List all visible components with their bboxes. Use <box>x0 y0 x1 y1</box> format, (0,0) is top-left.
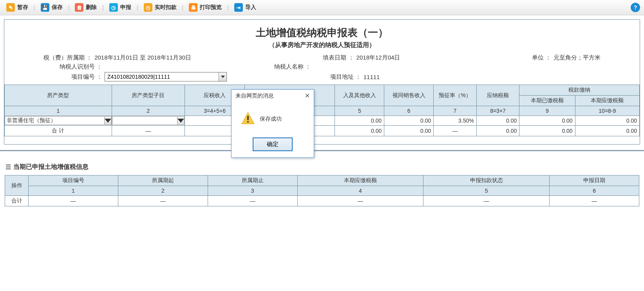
cell-c5[interactable]: 0.00 <box>335 116 384 126</box>
dialog-title: 来自网页的消息 <box>235 92 274 99</box>
print-button[interactable]: 🖶 打印预览 <box>186 2 224 13</box>
import-button[interactable]: ⇥ 导入 <box>232 2 259 13</box>
dialog-body: 保存成功 <box>232 102 314 134</box>
total-c8: 0.00 <box>476 126 519 136</box>
stash-label: 暂存 <box>17 4 28 11</box>
save-label: 保存 <box>52 4 63 11</box>
separator: | <box>182 4 184 11</box>
total-label: 合 计 <box>5 126 112 136</box>
separator: | <box>102 4 104 11</box>
total-dash-2: — <box>112 126 185 136</box>
s2-th-c6: 申报日期 <box>550 175 639 186</box>
s2-th-c4: 本期应缴税额 <box>297 175 423 186</box>
s2-total-dash2: — <box>118 196 208 206</box>
total-c10: 0.00 <box>575 126 639 136</box>
num-c6: 6 <box>384 106 434 116</box>
cell-type[interactable]: 非普通住宅（预征） <box>5 116 112 126</box>
realtime-label: 实时扣款 <box>155 4 177 11</box>
svg-rect-0 <box>247 116 249 120</box>
s2-total-row: 合计 — — — — — — <box>5 196 639 206</box>
save-icon: 💾 <box>41 3 49 12</box>
form-panel: 土地增值税纳税申报表（一） （从事房地产开发的纳税人预征适用） 税（费）所属期 … <box>4 19 640 145</box>
th-c8: 应纳税额 <box>476 85 519 106</box>
info-row-3: 项目编号 ： 项目地址 ： 11111 <box>4 71 640 82</box>
help-icon[interactable]: ? <box>631 3 640 12</box>
declare-button[interactable]: ◷ 申报 <box>107 2 134 13</box>
cell-c8: 0.00 <box>476 116 519 126</box>
stash-button[interactable]: ✎ 暂存 <box>4 2 31 13</box>
chevron-down-icon[interactable] <box>219 72 226 81</box>
total-c9: 0.00 <box>519 126 575 136</box>
cell-c7[interactable]: 3.50% <box>434 116 477 126</box>
num-c8: 8=3×7 <box>476 106 519 116</box>
th-c10: 本期应缴税额 <box>575 96 639 106</box>
s2-th-c1: 项目编号 <box>29 175 118 186</box>
grid-total-row: 合 计 — 0.00 0.00 0.00 — 0.00 0.00 0.00 <box>5 126 640 136</box>
svg-rect-1 <box>247 121 249 123</box>
period-value: 2018年11月01日 至 2018年11月30日 <box>94 54 191 61</box>
project-no-input[interactable] <box>105 73 219 81</box>
delete-button[interactable]: 🗑 删除 <box>72 2 99 13</box>
taxpayer-name-label: 纳税人名称 ： <box>274 63 311 70</box>
realtime-icon: ◷ <box>144 3 152 12</box>
th-c6: 视同销售收入 <box>384 85 434 106</box>
save-button[interactable]: 💾 保存 <box>38 2 65 13</box>
s2-num-c1: 1 <box>29 186 118 196</box>
s2-th-c2: 所属期起 <box>118 175 208 186</box>
s2-num-c6: 6 <box>550 186 639 196</box>
th-type: 房产类型 <box>5 85 112 106</box>
unit-label: 单位 ： <box>532 54 551 61</box>
s2-th-c3: 所属期止 <box>208 175 297 186</box>
page-title: 土地增值税纳税申报表（一） <box>4 26 640 40</box>
s2-total-dash1: — <box>29 196 118 206</box>
import-icon: ⇥ <box>234 3 243 12</box>
num-c9: 9 <box>519 106 575 116</box>
th-c7: 预征率（%） <box>434 85 477 106</box>
dialog-titlebar: 来自网页的消息 ✕ <box>232 90 314 102</box>
ok-button[interactable]: 确定 <box>253 137 293 151</box>
delete-label: 删除 <box>86 4 97 11</box>
cell-c10: 0.00 <box>575 116 639 126</box>
cell-type-value: 非普通住宅（预征） <box>7 117 56 124</box>
total-c5: 0.00 <box>335 126 384 136</box>
project-addr-label: 项目地址 ： <box>330 73 361 81</box>
project-addr-value: 11111 <box>364 74 380 80</box>
num-c7: 7 <box>434 106 477 116</box>
separator: | <box>137 4 138 11</box>
num-c10: 10=8-9 <box>575 106 639 116</box>
th-c5: 入及其他收入 <box>335 85 384 106</box>
s2-num-c3: 3 <box>208 186 297 196</box>
dialog-button-row: 确定 <box>232 134 314 157</box>
s2-num-c4: 4 <box>297 186 423 196</box>
close-icon[interactable]: ✕ <box>305 92 310 99</box>
dialog-message: 保存成功 <box>260 116 282 123</box>
num-c2: 2 <box>112 106 185 116</box>
chevron-down-icon[interactable] <box>177 117 184 125</box>
section2-grid: 操作 项目编号 所属期起 所属期止 本期应缴税额 申报扣款状态 申报日期 1 2… <box>5 175 639 206</box>
s2-th-op: 操作 <box>5 175 29 196</box>
unit-value: 元至角分；平方米 <box>554 54 601 61</box>
th-subtype: 房产类型子目 <box>112 85 185 106</box>
section2-title-row: ☰ 当期已申报土地增值税信息 <box>5 163 644 171</box>
num-c1: 1 <box>5 106 112 116</box>
s2-total-dash5: — <box>423 196 550 206</box>
import-label: 导入 <box>245 4 256 11</box>
cell-c6[interactable]: 0.00 <box>384 116 434 126</box>
fill-date-label: 填表日期 ： <box>323 54 354 61</box>
total-c7: — <box>434 126 477 136</box>
cell-c9[interactable]: 0.00 <box>519 116 575 126</box>
delete-icon: 🗑 <box>75 3 83 12</box>
print-label: 打印预览 <box>200 4 222 11</box>
total-c6: 0.00 <box>384 126 434 136</box>
cell-subtype[interactable] <box>112 116 185 126</box>
realtime-button[interactable]: ◷ 实时扣款 <box>141 2 179 13</box>
project-no-combo[interactable] <box>105 72 227 81</box>
separator: | <box>34 4 35 11</box>
stash-icon: ✎ <box>6 3 15 12</box>
section2-table-wrap: 操作 项目编号 所属期起 所属期止 本期应缴税额 申报扣款状态 申报日期 1 2… <box>5 175 639 206</box>
info-row-1: 税（费）所属期 ： 2018年11月01日 至 2018年11月30日 填表日期… <box>4 53 640 62</box>
chevron-down-icon[interactable] <box>104 117 111 125</box>
taxpayer-id-label: 纳税人识别号 ： <box>43 63 102 70</box>
message-dialog: 来自网页的消息 ✕ 保存成功 确定 <box>231 89 314 158</box>
s2-num-c2: 2 <box>118 186 208 196</box>
